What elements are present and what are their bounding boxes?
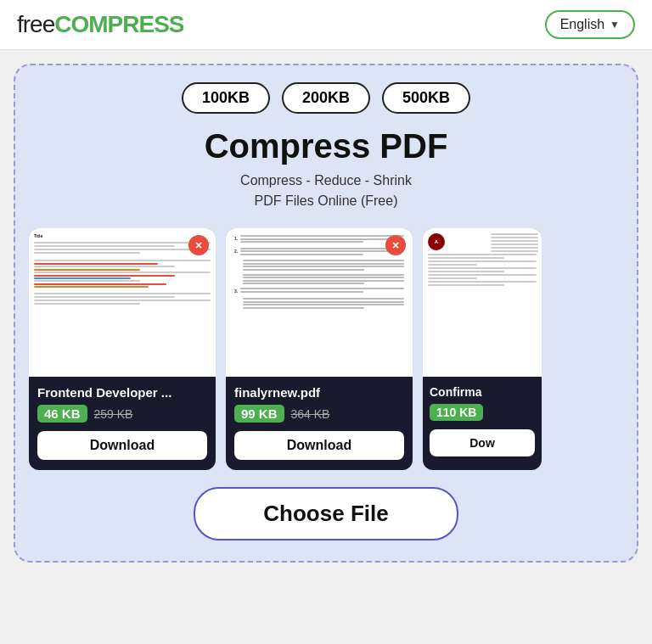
card-1-size-old: 364 KB: [291, 407, 330, 421]
page-title: Compress PDF: [29, 127, 623, 165]
close-card-0-button[interactable]: ×: [188, 235, 209, 255]
card-0-size-old: 259 KB: [94, 407, 133, 421]
language-label: English: [560, 17, 604, 32]
pdf-card-2: A: [423, 228, 542, 470]
size-500kb-button[interactable]: 500KB: [382, 82, 470, 114]
card-1-size-new: 99 KB: [234, 405, 284, 423]
pdf-thumbnail-1: 1. 2.: [226, 228, 413, 377]
pdf-card-1: 1. 2.: [226, 228, 413, 470]
choose-file-wrapper: Choose File: [29, 487, 623, 540]
header: freeCOMPRESS English ▼: [0, 0, 652, 50]
card-0-filename: Frontend Developer ...: [37, 385, 207, 400]
chevron-down-icon: ▼: [610, 19, 620, 31]
size-200kb-button[interactable]: 200KB: [282, 82, 370, 114]
pdf-cards-row: Title: [29, 228, 623, 470]
card-2-size-new: 110 KB: [430, 404, 483, 421]
card-2-sizes: 110 KB: [430, 404, 535, 421]
main-content: 100KB 200KB 500KB Compress PDF Compress …: [0, 50, 652, 576]
download-card-1-button[interactable]: Download: [234, 431, 404, 460]
pdf-preview-0: Title: [29, 228, 216, 377]
pdf-right-column: [491, 233, 538, 254]
logo: freeCOMPRESS: [17, 11, 184, 38]
card-0-sizes: 46 KB 259 KB: [37, 405, 207, 423]
choose-file-button[interactable]: Choose File: [194, 487, 458, 540]
card-2-filename: Confirma: [430, 385, 535, 399]
close-card-1-button[interactable]: ×: [385, 235, 406, 255]
download-card-2-button[interactable]: Dow: [430, 429, 535, 456]
pdf-preview-2: A: [423, 228, 542, 377]
card-0-info: Frontend Developer ... 46 KB 259 KB Down…: [29, 377, 216, 470]
pdf-preview-1: 1. 2.: [226, 228, 413, 377]
card-1-sizes: 99 KB 364 KB: [234, 405, 404, 423]
card-2-info: Confirma 110 KB Dow: [423, 377, 542, 467]
card-1-info: finalyrnew.pdf 99 KB 364 KB Download: [226, 377, 413, 470]
size-options-row: 100KB 200KB 500KB: [29, 82, 623, 114]
size-100kb-button[interactable]: 100KB: [182, 82, 270, 114]
logo-compress-text: COMPRESS: [54, 11, 183, 37]
upload-container: 100KB 200KB 500KB Compress PDF Compress …: [14, 64, 638, 563]
pdf-thumbnail-0: Title: [29, 228, 216, 377]
card-1-filename: finalyrnew.pdf: [234, 385, 404, 400]
pdf-thumbnail-2: A: [423, 228, 542, 377]
page-subtitle: Compress - Reduce - Shrink PDF Files Onl…: [29, 171, 623, 211]
card-0-size-new: 46 KB: [37, 405, 87, 423]
logo-free-text: free: [17, 11, 54, 37]
pdf-card-0: Title: [29, 228, 216, 470]
pdf-logo-icon: A: [428, 233, 445, 250]
download-card-0-button[interactable]: Download: [37, 431, 207, 460]
language-selector[interactable]: English ▼: [545, 10, 635, 39]
